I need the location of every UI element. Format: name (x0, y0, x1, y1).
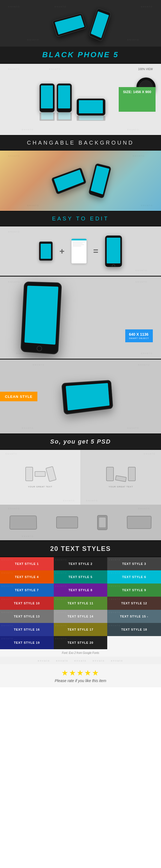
text-style-12: envato TEXT STYLE 12 (107, 597, 161, 610)
big-phone (21, 281, 62, 354)
watermark-1: envato (8, 5, 20, 8)
text-style-6: envato TEXT STYLE 6 (107, 570, 161, 584)
strip-phone-3 (127, 516, 152, 529)
wm-psd1: envato (5, 453, 17, 455)
wm-g1: envato (8, 155, 20, 157)
text-style-16: envato TEXT STYLE 16 (0, 623, 54, 636)
wm-bp1: envato (8, 281, 20, 283)
wm-s3: envato (22, 535, 34, 537)
tablet-icon (39, 242, 53, 261)
gradient-section: envato envato envato envato (0, 151, 161, 211)
wm-t1: envato (33, 364, 45, 366)
title-section: BLACK PHONE 5 (0, 46, 161, 63)
psd-label-left: YOUR GREAT TEXT (28, 486, 52, 488)
psd-title-section: So, you get 5 PSD (0, 434, 161, 449)
text-style-18: envato TEXT STYLE 18 (107, 623, 161, 636)
hero-section: envato envato envato envato envato (0, 0, 161, 46)
reflect-phone-1 (40, 84, 54, 121)
text-style-9: envato TEXT STYLE 9 (107, 584, 161, 597)
text-style-14: envato TEXT STYLE 14 (54, 610, 108, 623)
watermark-5: envato (127, 39, 139, 41)
text-style-3: envato TEXT STYLE 3 (107, 557, 161, 570)
easy-title: EASY TO EDIT (4, 216, 157, 222)
app-card (72, 239, 86, 264)
clean-style-badge: CLEAN STYLE (0, 392, 37, 401)
text-styles-grid: envato TEXT STYLE 1 envato TEXT STYLE 2 … (0, 557, 161, 649)
changeable-title: CHANGABLE BACKGROUND (4, 140, 157, 146)
watermark-4: envato (27, 39, 39, 41)
text-styles-title: 20 TEXT STYLES (4, 545, 157, 553)
font-credit: Font: Exo 2 from Google Fonts (2, 651, 159, 654)
reflect-phone-3 (77, 99, 105, 121)
smart-object-badge: 640 X 1136 SMART OBJECT (125, 330, 153, 342)
text-style-10: envato TEXT STYLE 10 (0, 597, 54, 610)
text-style-1: envato TEXT STYLE 1 (0, 557, 54, 570)
psd-strip: envato envato envato (0, 505, 161, 540)
wm-g2: envato (133, 155, 145, 157)
strip-phone-2 (56, 517, 78, 528)
envato-watermark-bar: envato envato envato envato envato (0, 657, 161, 664)
hero-phone-left (52, 13, 87, 37)
text-style-17: envato TEXT STYLE 17 (54, 623, 108, 636)
wm-t3: envato (22, 427, 34, 429)
main-title: BLACK PHONE 5 (4, 51, 157, 59)
text-style-5: envato TEXT STYLE 5 (54, 570, 108, 584)
psd-right: envato envato YOUR GREAT TEXT (81, 450, 161, 505)
view-label: 100% VIEW (138, 68, 153, 71)
wm-psd4: envato (86, 499, 98, 502)
result-phone (105, 236, 122, 267)
size-badge: SIZE: 1456 X 900 (119, 87, 156, 112)
tilted-section: envato envato envato envato CLEAN STYLE (0, 360, 161, 433)
text-style-13: envato TEXT STYLE 13 (0, 610, 54, 623)
text-style-20: envato TEXT STYLE 20 (54, 636, 108, 649)
wm-s1: envato (8, 507, 20, 510)
rate-text: Please rate if you like this item (4, 679, 157, 683)
text-style-4: envato TEXT STYLE 4 (0, 570, 54, 584)
text-style-15: envato TEXT STYLE 15 - (107, 610, 161, 623)
smart-label: SMART OBJECT (129, 337, 149, 340)
dimensions-text: 640 X 1136 (129, 332, 149, 337)
reflect-phone-2 (57, 84, 72, 121)
text-style-2: envato TEXT STYLE 2 (54, 557, 108, 570)
plus-section: envato envato + = (0, 226, 161, 276)
equals-operator: = (93, 246, 98, 256)
wm-t4: envato (127, 427, 139, 429)
big-phone-section: envato envato envato envato 640 X 1136 S… (0, 277, 161, 359)
wm-r1: envato (8, 68, 20, 70)
wm-psd2: envato (63, 499, 75, 502)
strip-device (97, 515, 108, 530)
strip-phone-1 (9, 516, 37, 530)
plus-operator: + (59, 246, 65, 256)
watermark-2: envato (54, 5, 67, 8)
reflection-section: envato envato envato envato 100% VIEW (0, 64, 161, 135)
wm-psd3: envato (144, 453, 156, 455)
easy-section: EASY TO EDIT (0, 212, 161, 226)
wm-r4: envato (127, 128, 139, 131)
wm-g3: envato (27, 204, 39, 207)
wm-r3: envato (22, 128, 34, 131)
text-styles-title-section: 20 TEXT STYLES (0, 541, 161, 556)
tilted-phone (62, 380, 113, 415)
rate-section: ★★★★★ Please rate if you like this item (0, 664, 161, 687)
wm-r2: envato (49, 68, 61, 70)
wm-bp2: envato (135, 281, 147, 283)
psd-grid-top: envato envato YOUR GREAT TEXT envato env… (0, 450, 161, 505)
wm-bp4: envato (141, 352, 153, 354)
wm-bp3: envato (16, 352, 28, 354)
wm-p2: envato (135, 269, 147, 272)
text-style-11: envato TEXT STYLE 11 (54, 597, 108, 610)
wm-t2: envato (138, 364, 150, 366)
psd-left: envato envato YOUR GREAT TEXT (0, 450, 81, 505)
wm-p1: envato (8, 230, 20, 233)
text-style-19: envato TEXT STYLE 19 (0, 636, 54, 649)
font-credit-section: Font: Exo 2 from Google Fonts (0, 649, 161, 657)
reflection-phone-group (40, 84, 105, 121)
psd-title: So, you get 5 PSD (4, 438, 157, 445)
text-style-7: envato TEXT STYLE 7 (0, 584, 54, 597)
wm-s2: envato (138, 507, 150, 510)
watermark-3: envato (141, 5, 153, 8)
changeable-section: CHANGABLE BACKGROUND (0, 136, 161, 150)
wm-g4: envato (141, 204, 153, 207)
hero-phone-right (89, 8, 112, 42)
gradient-phone-right (88, 163, 112, 199)
